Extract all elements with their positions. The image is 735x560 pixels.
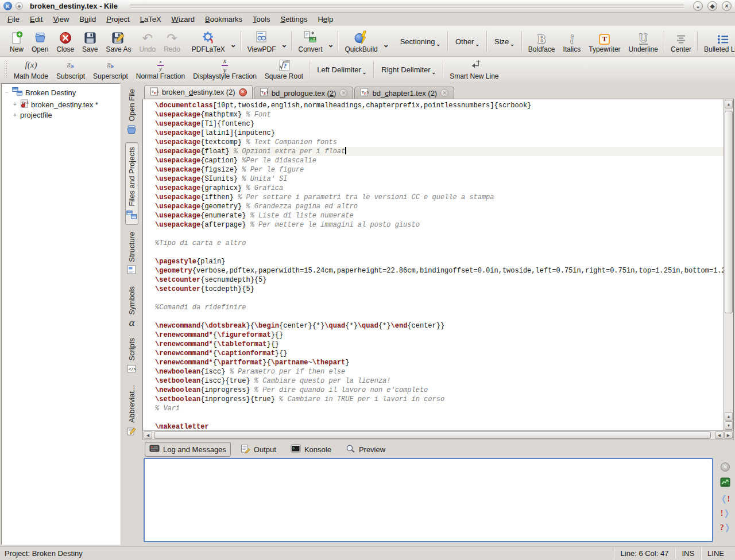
- bottom-tab-preview[interactable]: Preview: [341, 442, 390, 457]
- toolbar-button-center[interactable]: Center: [667, 29, 695, 55]
- window-maximize-button[interactable]: ◆: [707, 1, 717, 11]
- scroll-down-button[interactable]: ▼: [725, 421, 733, 430]
- sidebar-tab-abbreviat[interactable]: Abbreviat...: [126, 380, 137, 441]
- toolbar-button-italics[interactable]: iItalics: [560, 29, 585, 55]
- toolbar-button-normal-fraction[interactable]: xyNormal Fraction: [133, 58, 188, 81]
- bottom-tab-label: Konsole: [304, 445, 331, 454]
- log-messages-view[interactable]: [144, 458, 713, 542]
- scroll-up-button-2[interactable]: ▲: [725, 412, 733, 421]
- toolbar-button-undo[interactable]: ↶Undo: [136, 29, 159, 55]
- vertical-scroll-track[interactable]: [725, 109, 733, 411]
- menu-item-help[interactable]: Help: [312, 13, 338, 25]
- sidebar-tab-open-file[interactable]: Open File: [125, 84, 138, 140]
- sidebar-tab-structure[interactable]: Structure: [126, 227, 137, 280]
- window-close-button[interactable]: ×: [722, 1, 732, 11]
- toolbar-button-label: PDFLaTeX: [192, 45, 225, 53]
- toolbar-button-redo[interactable]: ↷Redo: [160, 29, 184, 55]
- chevron-down-icon[interactable]: ⌄: [281, 40, 288, 49]
- toolbar-button-square-root[interactable]: ?Square Root: [261, 58, 307, 81]
- bottom-tab-konsole[interactable]: Konsole: [286, 442, 336, 457]
- toolbar-button-convert[interactable]: Convert: [295, 29, 326, 55]
- toolbar-button-underline[interactable]: UUnderline: [625, 29, 662, 55]
- toolbar-button-label: ViewPDF: [247, 45, 276, 53]
- tab-close-icon[interactable]: ✕: [339, 89, 347, 97]
- scroll-left-button[interactable]: ◀: [144, 431, 152, 439]
- tree-item-broken-destiny-tex[interactable]: +TEXbroken_destiny.tex *: [3, 99, 119, 110]
- next-error-button[interactable]: !❭: [721, 509, 730, 518]
- toolbar-button-other[interactable]: Other⌄: [451, 35, 484, 48]
- tree-expander[interactable]: +: [12, 112, 18, 118]
- window-menu-button[interactable]: ◆: [16, 2, 23, 10]
- toolbar-button-viewpdf[interactable]: ViewPDF: [244, 29, 280, 55]
- toolbar-button-new[interactable]: New: [6, 29, 27, 55]
- toolbar-button-bulleted-list[interactable]: Bulleted List: [701, 29, 735, 55]
- toolbar-button-superscript[interactable]: asSuperscript: [90, 58, 131, 81]
- tab-close-icon[interactable]: ✕: [440, 89, 448, 97]
- sidebar-tab-symbols[interactable]: Symbolsα: [126, 282, 137, 331]
- menu-item-view[interactable]: View: [48, 13, 74, 25]
- menu-item-settings[interactable]: Settings: [275, 13, 312, 25]
- sidebar-tab-scripts[interactable]: Scripts</>: [126, 333, 137, 378]
- toolbar-button-quickbuild[interactable]: QuickBuild: [341, 29, 381, 55]
- editor-tab-bd-chapter1-tex-2[interactable]: TEXbd_chapter1.tex (2)✕: [354, 87, 454, 99]
- chevron-down-icon[interactable]: ⌄: [230, 40, 237, 49]
- menu-item-edit[interactable]: Edit: [25, 13, 48, 25]
- vertical-scroll-thumb[interactable]: [725, 111, 733, 313]
- sidebar-tab-files-and-projects[interactable]: Files and Projects: [125, 142, 138, 224]
- toolbar-separator: [241, 31, 242, 52]
- toolbar-separator: [291, 31, 292, 52]
- menu-item-latex[interactable]: LaTeX: [135, 13, 167, 25]
- code-line: \newboolean{inprogress} % Per dire quand…: [155, 386, 724, 395]
- bottom-tab-output[interactable]: Output: [236, 442, 281, 457]
- toolbar-button-left-delimiter[interactable]: Left Delimiter⌄: [312, 63, 371, 76]
- tree-item-broken-destiny[interactable]: −Broken Destiny: [3, 86, 119, 99]
- horizontal-scroll-thumb[interactable]: [154, 431, 711, 439]
- toolbar-button-save-as[interactable]: Save As: [102, 29, 134, 55]
- superscript-icon: as: [107, 59, 114, 72]
- menu-item-file[interactable]: File: [2, 13, 25, 25]
- menu-item-build[interactable]: Build: [74, 13, 101, 25]
- toolbar-button-save[interactable]: Save: [79, 29, 101, 55]
- window-shade-button[interactable]: ⌄: [693, 1, 703, 11]
- toolbar-button-open[interactable]: Open: [28, 29, 52, 55]
- bottom-tab-log-and-messages[interactable]: Log and Messages: [145, 442, 231, 457]
- vertical-scrollbar[interactable]: ▲ ▲ ▼: [724, 99, 733, 430]
- scroll-left-button-2[interactable]: ◀: [715, 431, 724, 439]
- horizontal-scroll-track[interactable]: [153, 431, 714, 439]
- toolbar-button-typewriter[interactable]: TTypewriter: [585, 29, 624, 55]
- menu-item-tools[interactable]: Tools: [247, 13, 275, 25]
- editor-tab-broken-destiny-tex-2[interactable]: TEXbroken_destiny.tex (2)✕: [144, 85, 253, 99]
- toolbar-button-right-delimiter[interactable]: Right Delimiter⌄: [377, 63, 440, 76]
- toolbar-button-subscript[interactable]: asSubscript: [53, 58, 88, 81]
- previous-error-button[interactable]: ❬!: [721, 495, 730, 503]
- tab-close-icon[interactable]: ✕: [239, 88, 247, 96]
- scroll-up-button[interactable]: ▲: [725, 100, 733, 108]
- toolbar-button-label: Size: [494, 37, 509, 46]
- menu-item-project[interactable]: Project: [101, 13, 134, 25]
- toolbar-button-displaystyle-fraction[interactable]: xyDisplaystyle Fraction: [189, 58, 260, 81]
- tree-expander[interactable]: −: [4, 90, 10, 95]
- toolbar-button-boldface[interactable]: BBoldface: [525, 29, 559, 55]
- horizontal-scrollbar[interactable]: ◀ ◀ ▶: [142, 430, 734, 440]
- editor-tab-bd-prologue-tex-2[interactable]: TEXbd_prologue.tex (2)✕: [254, 87, 354, 99]
- tree-item-projectfile[interactable]: +projectfile: [3, 110, 119, 120]
- toolbar-button-size[interactable]: Size⌄: [490, 35, 519, 48]
- toolbar-drag-handle[interactable]: [4, 61, 8, 78]
- chevron-down-icon[interactable]: ⌄: [328, 40, 334, 49]
- stats-button[interactable]: [720, 477, 730, 489]
- chevron-down-icon[interactable]: ⌄: [383, 40, 389, 49]
- scroll-right-button[interactable]: ▶: [724, 431, 733, 439]
- menu-item-wizard[interactable]: Wizard: [167, 13, 200, 25]
- tree-expander[interactable]: +: [12, 102, 18, 107]
- toolbar-button-close[interactable]: Close: [53, 29, 78, 55]
- next-warning-button[interactable]: ?❭: [720, 523, 731, 532]
- panel-close-button[interactable]: ✕: [721, 462, 730, 472]
- toolbar-button-pdflatex[interactable]: PDFLaTeX: [188, 29, 229, 55]
- code-line: [155, 230, 724, 239]
- menu-item-bookmarks[interactable]: Bookmarks: [200, 13, 247, 25]
- toolbar-button-math-mode[interactable]: f(x)Math Mode: [10, 58, 52, 81]
- toolbar-button-sectioning[interactable]: Sectioning⌄: [396, 35, 445, 48]
- editor-text-area[interactable]: \documentclass[10pt,twoside,english,norm…: [143, 99, 724, 430]
- bottom-tab-label: Preview: [359, 445, 385, 454]
- toolbar-button-smart-new-line[interactable]: Smart New Line: [446, 58, 502, 81]
